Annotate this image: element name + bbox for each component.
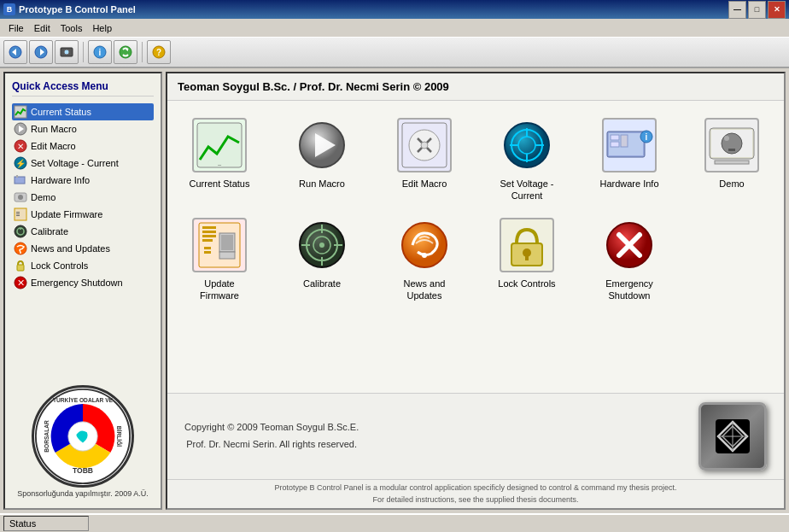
- icon-label-emergency-shutdown: Emergency Shutdown: [594, 278, 664, 302]
- lock-controls-icon: [14, 259, 27, 272]
- sidebar-item-edit-macro[interactable]: ✕ Edit Macro: [12, 137, 154, 155]
- icon-item-set-voltage[interactable]: Set Voltage - Current: [488, 114, 565, 206]
- menu-file[interactable]: File: [3, 21, 29, 35]
- icon-label-run-macro: Run Macro: [299, 178, 345, 190]
- tobb-logo-svg: TÜRKİYE ODALAR VE BORSALAR BİRLİĞİ TOBB: [34, 385, 132, 488]
- icon-item-edit-macro[interactable]: Edit Macro: [386, 114, 463, 193]
- menu-tools[interactable]: Tools: [56, 21, 88, 35]
- svg-rect-26: [16, 215, 20, 216]
- sidebar-label-lock-controls: Lock Controls: [31, 260, 88, 271]
- svg-text:BORSALAR: BORSALAR: [44, 420, 50, 453]
- sidebar-item-run-macro[interactable]: Run Macro: [12, 120, 154, 137]
- copyright-line1: Copyright © 2009 Teoman Soygul B.Sc.E.: [184, 419, 359, 436]
- description-line1: Prototype B Control Panel is a modular c…: [174, 482, 777, 494]
- icon-item-demo[interactable]: Demo: [693, 114, 770, 193]
- maximize-button[interactable]: □: [748, 1, 766, 19]
- svg-text:⚡: ⚡: [15, 158, 26, 169]
- calibrate-icon-large: [295, 218, 349, 272]
- menu-edit[interactable]: Edit: [29, 21, 56, 35]
- svg-text:?: ?: [156, 48, 161, 57]
- camera-button[interactable]: [55, 40, 79, 64]
- sidebar-label-calibrate: Calibrate: [31, 226, 68, 237]
- right-panel: Teoman Soygul B.Sc. / Prof. Dr. Necmi Se…: [166, 72, 786, 510]
- svg-text:✕: ✕: [17, 142, 24, 151]
- sidebar-label-hardware-info: Hardware Info: [31, 175, 90, 185]
- diamond-logo-svg: [711, 415, 754, 458]
- run-macro-icon-large: [295, 118, 349, 172]
- lock-icon-large: [500, 218, 554, 272]
- svg-text:BİRLİĞİ: BİRLİĞİ: [116, 426, 123, 447]
- back-button[interactable]: [3, 40, 27, 64]
- app-icon: B: [3, 3, 15, 15]
- svg-rect-72: [202, 231, 216, 233]
- info-button[interactable]: i: [88, 40, 112, 64]
- svg-rect-73: [202, 235, 216, 237]
- sidebar-item-current-status[interactable]: Current Status: [12, 103, 154, 120]
- icon-item-lock-controls[interactable]: Lock Controls: [488, 214, 565, 293]
- tobb-logo: TÜRKİYE ODALAR VE BORSALAR BİRLİĞİ TOBB: [32, 385, 134, 488]
- help-button[interactable]: ?: [147, 40, 171, 64]
- forward-button[interactable]: [29, 40, 53, 64]
- icon-item-news-updates[interactable]: News and Updates: [386, 214, 463, 306]
- icons-grid: ~ Current Status Run Macro Edit Macro: [167, 101, 784, 393]
- menu-help[interactable]: Help: [87, 21, 117, 35]
- sidebar-item-news[interactable]: News and Updates: [12, 240, 154, 257]
- svg-rect-60: [611, 142, 619, 147]
- sidebar-item-set-voltage[interactable]: ⚡ Set Voltage - Current: [12, 155, 154, 172]
- svg-point-88: [402, 223, 447, 267]
- svg-text:TOBB: TOBB: [73, 466, 93, 475]
- icon-item-update-firmware[interactable]: Update Firmware: [181, 214, 258, 306]
- minimize-button[interactable]: —: [728, 1, 746, 19]
- quick-access-menu: Current Status Run Macro ✕ Edit Macro ⚡ …: [12, 103, 154, 291]
- emergency-shutdown-icon: ✕: [14, 276, 27, 289]
- update-firmware-icon: [14, 208, 27, 221]
- news-icon-large: [397, 218, 452, 272]
- icon-label-lock-controls: Lock Controls: [498, 278, 555, 289]
- icon-row-2: Update Firmware Calibrate News and Updat…: [181, 214, 770, 306]
- quick-access-title: Quick Access Menu: [12, 80, 154, 96]
- set-voltage-icon: ⚡: [14, 156, 27, 170]
- icon-label-calibrate: Calibrate: [303, 278, 341, 289]
- icon-item-calibrate[interactable]: Calibrate: [283, 214, 360, 293]
- svg-rect-20: [16, 175, 18, 178]
- diamond-logo: [698, 402, 767, 471]
- sidebar-item-calibrate[interactable]: Calibrate: [12, 223, 154, 240]
- sidebar-label-current-status: Current Status: [31, 107, 91, 117]
- toolbar-separator-1: [83, 42, 84, 62]
- svg-rect-59: [611, 135, 619, 140]
- svg-rect-78: [204, 247, 211, 249]
- icon-label-news-updates: News and Updates: [389, 278, 459, 302]
- icon-label-demo: Demo: [719, 178, 744, 190]
- icon-row-1: ~ Current Status Run Macro Edit Macro: [181, 114, 770, 206]
- sidebar-item-hardware-info[interactable]: Hardware Info: [12, 172, 154, 189]
- sponsor-text: Sponsorluğunda yapılmıştır. 2009 A.Ü.: [17, 489, 149, 498]
- icon-item-run-macro[interactable]: Run Macro: [283, 114, 360, 193]
- edit-macro-icon-large: [397, 118, 452, 172]
- svg-rect-76: [221, 235, 233, 250]
- svg-text:i: i: [646, 132, 648, 142]
- status-text: Status: [9, 518, 36, 529]
- toolbar: i ?: [0, 38, 789, 68]
- icon-item-emergency-shutdown[interactable]: Emergency Shutdown: [591, 214, 668, 306]
- icon-item-hardware-info[interactable]: i Hardware Info: [591, 114, 668, 193]
- sidebar-item-update-firmware[interactable]: Update Firmware: [12, 206, 154, 223]
- sidebar-item-emergency-shutdown[interactable]: ✕ Emergency Shutdown: [12, 274, 154, 291]
- icon-label-edit-macro: Edit Macro: [402, 178, 447, 190]
- icon-item-current-status[interactable]: ~ Current Status: [181, 114, 258, 193]
- description-bar: Prototype B Control Panel is a modular c…: [167, 479, 784, 508]
- update-firmware-icon-large: [192, 218, 247, 272]
- svg-point-67: [724, 136, 729, 141]
- refresh-button[interactable]: [114, 40, 137, 64]
- toolbar-separator-2: [142, 42, 143, 62]
- close-button[interactable]: ✕: [768, 1, 786, 19]
- svg-point-49: [421, 142, 428, 149]
- sidebar-item-demo[interactable]: Demo: [12, 189, 154, 206]
- svg-rect-77: [219, 252, 235, 259]
- sidebar-item-lock-controls[interactable]: Lock Controls: [12, 257, 154, 274]
- svg-point-31: [20, 252, 21, 254]
- left-panel: Quick Access Menu Current Status Run Mac…: [3, 72, 162, 510]
- emergency-icon-large: [602, 218, 657, 272]
- demo-icon-large: [704, 118, 759, 172]
- status-panel: Status: [3, 516, 89, 531]
- svg-rect-12: [15, 106, 26, 118]
